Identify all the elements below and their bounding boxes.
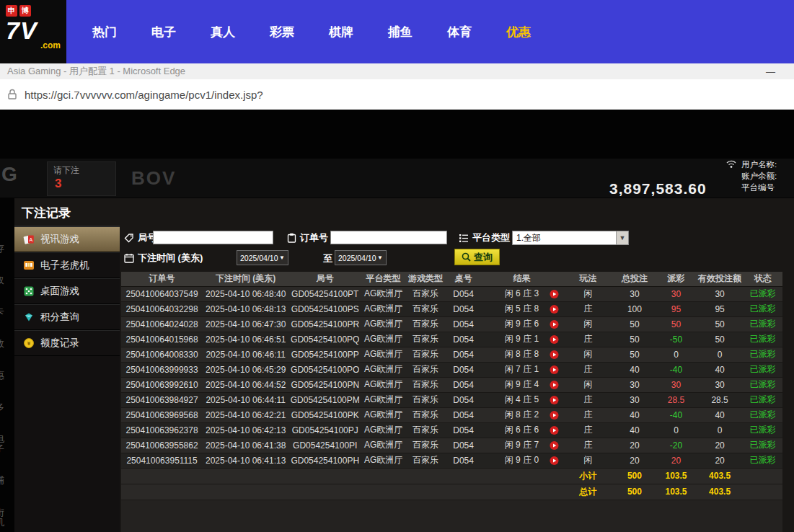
table-row: 2504100639849272025-04-10 06:44:11GD0542… [121,392,782,407]
table-game-icon [23,285,35,297]
cell-total: 30 [614,392,656,407]
cell-time: 2025-04-10 06:48:40 [203,286,288,301]
play-icon[interactable] [550,380,559,389]
sidebar-item-2[interactable]: 电子老虎机 [14,252,120,278]
slot-icon [23,260,35,271]
play-icon[interactable] [550,350,559,359]
cell-result: 闲 9 庄 0 [481,453,563,468]
search-button[interactable]: 查询 [454,249,500,265]
play-icon[interactable] [550,304,559,314]
top-nav: 申 博 7V .com 热门电子真人彩票棋牌捕鱼体育优惠 [0,0,794,63]
cell-order: 250410063984927 [121,392,203,407]
play-icon[interactable] [550,425,559,435]
site-logo[interactable]: 申 博 7V .com [0,0,66,63]
cell-payout: -20 [656,438,697,453]
cell-payout: 30 [656,377,697,392]
cell-play: 闲 [563,316,614,332]
play-icon[interactable] [550,456,559,465]
table-row: 2504100640240282025-04-10 06:47:30GD0542… [121,316,782,332]
result-text: 闲 8 庄 8 [505,349,539,359]
cell-time: 2025-04-10 06:41:38 [203,438,288,453]
result-text: 闲 6 庄 6 [505,425,539,435]
nav-item-1[interactable]: 热门 [75,24,134,40]
lock-icon [7,89,17,100]
svg-text:¥: ¥ [27,340,31,347]
cell-valid: 50 [697,332,744,347]
cell-payout: -50 [656,332,697,347]
play-icon[interactable] [550,365,559,374]
platform-type-select[interactable]: 1.全部 ▼ [512,231,629,245]
edge-menu-fragment: 捕 [0,476,11,486]
cell-valid: 0 [697,422,744,438]
cell-result: 闲 9 庄 6 [481,316,563,332]
nav-item-7[interactable]: 体育 [430,24,489,40]
cell-table_no: D054 [446,377,480,392]
play-icon[interactable] [550,334,559,344]
play-icon[interactable] [550,395,559,404]
payout-sum: 103.5 [656,484,697,500]
column-header: 派彩 [656,272,697,286]
cell-play: 闲 [563,286,614,301]
cell-platform: AG欧洲厅 [361,332,405,347]
account-info-line: 账户余额: [741,170,777,182]
valid-bet-sum: 403.5 [697,468,744,484]
cell-status: 已派彩 [743,301,782,316]
cell-play: 庄 [563,422,614,438]
cell-time: 2025-04-10 06:46:11 [203,347,288,362]
total-status-empty [743,484,782,500]
play-icon[interactable] [550,440,559,450]
cell-platform: AG欧洲厅 [361,422,405,438]
cell-table_no: D054 [446,407,480,422]
date-to-select[interactable]: 2025/04/10 ▼ [335,250,387,265]
result-text: 闲 6 庄 3 [505,288,539,298]
play-icon[interactable] [550,410,559,420]
url-text[interactable]: https://gci.7vvvvvv.com/agingame/pcv1/in… [25,89,263,101]
nav-item-6[interactable]: 捕鱼 [371,24,430,40]
sidebar-item-4[interactable]: 积分查询 [14,304,120,330]
minimize-button[interactable]: — [766,66,775,77]
cell-status: 已派彩 [743,438,782,453]
cell-table_no: D054 [446,392,480,407]
round-input[interactable] [153,231,273,244]
bet-records-panel: 下注记录 A视讯游戏电子老虎机桌面游戏积分查询¥额度记录 局号 订单号 [14,198,794,532]
result-text: 闲 4 庄 5 [505,394,539,404]
cell-status: 已派彩 [743,422,782,438]
cell-table_no: D054 [446,286,480,301]
cell-total: 40 [614,407,656,422]
cell-game: 百家乐 [405,301,446,316]
nav-item-3[interactable]: 真人 [193,24,252,40]
nav-menu: 热门电子真人彩票棋牌捕鱼体育优惠 [75,24,548,40]
edge-menu-fragment: 取 [0,275,11,285]
date-from-select[interactable]: 2025/04/10 ▼ [237,250,288,265]
cell-play: 庄 [563,438,614,453]
cell-result: 闲 5 庄 8 [481,301,563,316]
cell-order: 250410064032298 [121,301,203,316]
sidebar-item-3[interactable]: 桌面游戏 [14,278,120,304]
play-icon[interactable] [550,289,559,298]
cell-total: 40 [614,362,656,377]
bet-table-container: 订单号下注时间 (美东)局号平台类型游戏类型桌号结果玩法总投注派彩有效投注额状态… [121,272,782,532]
order-input[interactable] [330,231,447,244]
cell-platform: AG欧洲厅 [361,286,405,301]
valid-bet-sum: 403.5 [697,484,744,500]
nav-item-2[interactable]: 电子 [134,24,193,40]
sidebar-item-1[interactable]: A视讯游戏 [14,226,120,252]
nav-item-4[interactable]: 彩票 [252,24,312,40]
nav-item-5[interactable]: 棋牌 [312,24,371,40]
sidebar-item-5[interactable]: ¥额度记录 [14,330,120,356]
cell-order: 250410063951115 [121,453,203,468]
edge-menu-fragment: 多 [0,402,11,412]
cell-valid: 28.5 [697,392,744,407]
result-text: 闲 5 庄 8 [505,303,539,314]
cell-status: 已派彩 [743,453,782,468]
cell-status: 已派彩 [743,377,782,392]
play-icon[interactable] [550,319,559,329]
nav-item-8[interactable]: 优惠 [489,24,548,40]
edge-menu-fragment: 惠 [0,371,11,381]
cell-result: 闲 6 庄 3 [481,286,563,301]
tag-icon [124,233,134,243]
table-row: 2504100640322982025-04-10 06:48:13GD0542… [121,301,782,316]
cell-order: 250410063999933 [121,362,203,377]
cards-icon: A [23,234,35,245]
cell-result: 闲 4 庄 5 [481,392,563,407]
